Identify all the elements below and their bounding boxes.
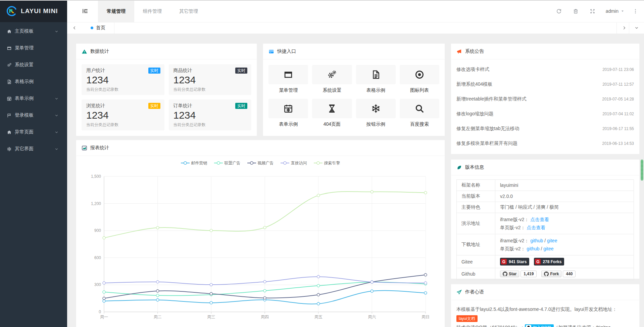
quick-entry-page-404[interactable]: 404页面: [312, 99, 352, 127]
quick-entry-box: [268, 99, 308, 118]
version-link-line: iframe版-v2： 点击查看: [500, 215, 629, 223]
version-row: 主要特色零门槛 / 响应式 / 清爽 / 极简: [457, 202, 634, 213]
quick-entry-system-setting[interactable]: 系统设置: [312, 65, 352, 93]
fullscreen-icon[interactable]: [586, 0, 600, 22]
quick-entry-form-demo[interactable]: 表单示例: [268, 99, 308, 127]
quick-entry-table-demo[interactable]: 表格示例: [356, 65, 396, 93]
legend-label: 视频广告: [258, 160, 274, 166]
card-icon: [268, 49, 274, 54]
version-row-label: Gitee: [457, 255, 495, 268]
topnav-tab-general[interactable]: 常规管理: [98, 0, 134, 22]
gitee-badge[interactable]: G278 Forks: [534, 258, 564, 265]
panel-author-note: 作者心语 本模板基于layui2.5.4以及font-awesome-4.7.0…: [451, 284, 640, 327]
qq-icon: [526, 325, 531, 327]
quick-entry-box: [268, 65, 308, 84]
stat-desc: 当前分类总记录数: [86, 122, 160, 128]
legend-marker: [214, 161, 223, 165]
version-row-value: Star1,419Fork440: [495, 268, 634, 280]
author-line-1: 本模板基于layui2.5.4以及font-awesome-4.7.0进行实现。…: [456, 305, 634, 314]
topnav-tab-other[interactable]: 其它管理: [170, 0, 207, 22]
version-row: 框架名称layuimini: [457, 180, 634, 191]
header: 常规管理组件管理其它管理 admin: [67, 0, 644, 23]
topnav-tab-component[interactable]: 组件管理: [134, 0, 170, 22]
chevron-down-icon: [54, 96, 59, 101]
quick-entry-box: [312, 99, 352, 118]
sidebar-item-system-setting[interactable]: 系统设置: [0, 56, 67, 73]
github-icon: [503, 272, 507, 276]
qq-group-note: （加群请备注来源：如gitee…: [554, 325, 615, 327]
link-separator: /: [540, 246, 544, 251]
leaf-icon: [456, 165, 462, 170]
notice-item: 修改选项卡样式2019-07-11 23:06: [456, 62, 634, 77]
clear-cache-icon[interactable]: [569, 0, 583, 22]
version-row-value: layuimini: [495, 180, 634, 191]
legend-item-联盟广告[interactable]: 联盟广告: [214, 160, 241, 166]
notice-item: 修改logo缩放问题2019-07-04 11:02: [456, 107, 634, 121]
notice-text: 新增treetable插件和菜单管理样式: [456, 96, 526, 102]
github-count[interactable]: 440: [563, 271, 576, 277]
notice-date: 2019-07-11 23:06: [602, 67, 634, 72]
join-qq-badge[interactable]: 加入QQ群: [525, 324, 554, 327]
gitee-badge[interactable]: G941 Stars: [500, 258, 529, 265]
layui-doc-badge[interactable]: layui文档: [456, 315, 478, 322]
sidebar-item-other-ui[interactable]: 其它界面: [0, 140, 67, 157]
version-row-label: 演示地址: [457, 213, 495, 234]
version-link[interactable]: github: [530, 238, 543, 243]
stat-card-views: 浏览统计实时1234当前分类总记录数: [82, 99, 164, 130]
legend-item-直接访问[interactable]: 直接访问: [281, 160, 307, 166]
refresh-icon[interactable]: [552, 0, 566, 22]
legend-item-视频广告[interactable]: 视频广告: [247, 160, 274, 166]
app-title: LAYUI MINI: [21, 7, 58, 15]
quick-entry-button-demo[interactable]: 按钮示例: [356, 99, 396, 127]
tab-home-label: 首页: [96, 25, 105, 31]
sidebar: LAYUI MINI 主页模板菜单管理系统设置表格示例表单示例登录模板异常页面其…: [0, 0, 67, 327]
version-link[interactable]: gitee: [547, 238, 557, 243]
gitee-icon: G: [535, 259, 541, 264]
sidebar-item-menu-manage[interactable]: 菜单管理: [0, 40, 67, 56]
legend-item-邮件营销[interactable]: 邮件营销: [181, 160, 207, 166]
sidebar-collapse-icon[interactable]: [79, 0, 92, 22]
author-doc-line: layui文档: [456, 314, 634, 323]
quick-entry-menu-manage[interactable]: 菜单管理: [268, 65, 308, 93]
version-row-value: G941 StarsG278 Forks: [495, 255, 634, 268]
qq-group-text: 技术交流QQ群（667910049）：: [456, 325, 525, 327]
quick-entry-icon-list[interactable]: 图标列表: [400, 65, 439, 93]
version-link[interactable]: github: [527, 246, 539, 251]
legend-label: 邮件营销: [191, 160, 207, 166]
version-link[interactable]: gitee: [543, 246, 553, 251]
panel-title: 数据统计: [90, 48, 109, 54]
version-row-label: 当前版本: [457, 191, 495, 202]
legend-marker: [247, 161, 256, 165]
more-actions-icon[interactable]: [631, 0, 640, 22]
github-star-button[interactable]: Star: [500, 271, 519, 277]
user-menu[interactable]: admin: [602, 0, 628, 22]
notice-date: 2019-07-04 11:02: [602, 112, 634, 116]
stat-card-orders: 订单统计实时1234当前分类总记录数: [169, 99, 252, 130]
version-link[interactable]: 点击查看: [527, 225, 545, 230]
legend-item-搜索引擎[interactable]: 搜索引擎: [314, 160, 340, 166]
sidebar-item-login-template[interactable]: 登录模板: [0, 107, 67, 124]
tabs-dropdown-icon[interactable]: [629, 22, 644, 34]
version-link-line: 单页版-v2： 点击查看: [500, 223, 629, 232]
github-count[interactable]: 1,419: [521, 271, 537, 277]
sidebar-item-table-demo[interactable]: 表格示例: [0, 73, 67, 90]
github-fork-button[interactable]: Fork: [541, 271, 561, 277]
link-prefix: iframe版-v2：: [500, 238, 530, 243]
snowflake-icon: [371, 104, 381, 114]
quick-entry-baidu-search[interactable]: 百度搜索: [400, 99, 439, 127]
version-link[interactable]: 点击查看: [530, 217, 549, 222]
stat-card-goods: 商品统计实时1234当前分类总记录数: [169, 64, 252, 95]
sidebar-item-home-template[interactable]: 主页模板: [0, 23, 67, 40]
version-row-label: Github: [457, 268, 495, 280]
line-chart: 03006009001,2001,500周一周二周三周四周五周六周日: [76, 167, 445, 324]
home-icon: [7, 130, 12, 135]
scrollbar-thumb[interactable]: [641, 160, 643, 180]
tab-home[interactable]: 首页: [82, 22, 114, 34]
tabs-scroll-left-icon[interactable]: [67, 22, 82, 34]
legend-marker: [181, 161, 190, 165]
area-chart-icon: [82, 145, 87, 151]
sidebar-item-error-page[interactable]: 异常页面: [0, 124, 67, 140]
snowflake-icon: [7, 147, 12, 152]
sidebar-item-form-demo[interactable]: 表单示例: [0, 90, 67, 107]
panel-report-stats: 报表统计 邮件营销联盟广告视频广告直接访问搜索引擎 03006009001,20…: [76, 140, 445, 327]
